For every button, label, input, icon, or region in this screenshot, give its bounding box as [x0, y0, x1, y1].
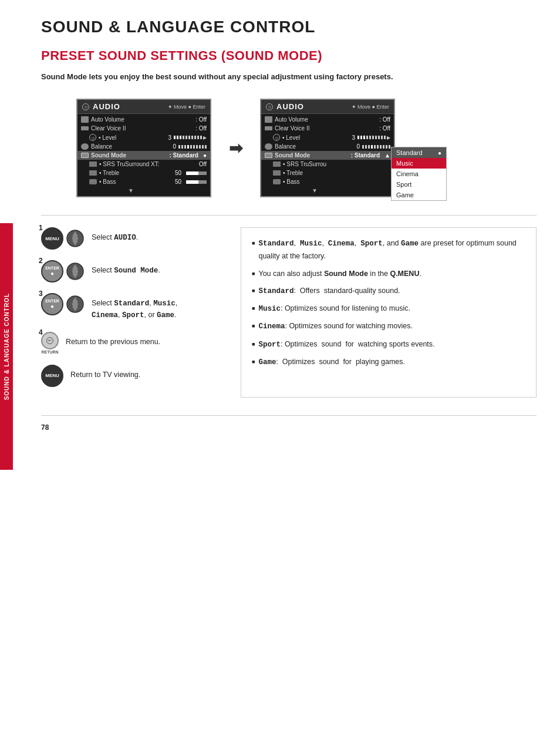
step-2-text: Select Sound Mode.: [92, 260, 160, 277]
row-icon: [265, 126, 272, 130]
step-5-text: Return to TV viewing.: [70, 365, 140, 381]
step-1-number: 1: [39, 224, 43, 232]
row-icon: [89, 170, 97, 176]
content-divider: [41, 215, 537, 216]
return-label: RETURN: [41, 350, 58, 354]
step-2-buttons: ENTER●: [41, 260, 85, 282]
tv-menu-row-more-2: ▼: [261, 186, 394, 195]
soundmode-indicator-2: ▲: [384, 152, 390, 159]
nav-cross-3: [66, 295, 85, 314]
tv-menu-row-more-1: ▼: [77, 186, 210, 195]
step-4-text: Return to the previous menu.: [66, 332, 160, 348]
step-3-text: Select Standard, Music,Cinema, Sport, or…: [92, 293, 177, 321]
tv-menu-row-balance-1: Balance 0: [77, 142, 210, 151]
info-item-1: Standard, Music, Cinema, Sport, and Game…: [252, 237, 525, 263]
steps-left: 1 MENU Select AUDIO.: [41, 227, 229, 398]
tv-menu-row-treble-2: • Treble: [261, 169, 394, 177]
dropdown-item-sport: Sport: [392, 179, 446, 190]
bass-bar: [186, 180, 207, 184]
info-item-5: Cinema: Optimizes sound for watching mov…: [252, 320, 525, 333]
tv-menu-2-title: AUDIO: [276, 102, 304, 111]
step-3-number: 3: [39, 290, 43, 298]
info-item-2: You can also adjust Sound Mode in the Q.…: [252, 268, 525, 280]
row-icon: ◎: [273, 134, 280, 141]
tv-menu-row-level-1: ◎ • Level 3 ▶: [77, 133, 210, 142]
tv-menu-row-bass-1: • Bass 50: [77, 177, 210, 186]
return-button: ↩: [41, 332, 59, 349]
svg-point-3: [72, 235, 78, 241]
row-icon: [265, 153, 272, 158]
side-tab: SOUND & LANGUAGE CONTROL: [0, 223, 13, 470]
row-icon: [89, 161, 97, 167]
nav-cross-1: [66, 229, 85, 248]
dropdown-item-standard: Standard ●: [392, 147, 446, 158]
tv-menu-row-clearvoice-2: Clear Voice II : Off: [261, 124, 394, 133]
bottom-divider: [41, 415, 537, 416]
tv-menu-2-body: Auto Volume : Off Clear Voice II : Off ◎…: [261, 114, 394, 196]
step-3: 3 ENTER● Select Standard: [41, 293, 229, 321]
tv-menu-row-level-2: ◎ • Level 3 ▶: [261, 133, 394, 142]
level-progress-2: ▶: [357, 135, 390, 140]
balance-progress: [178, 145, 207, 149]
section-title: PRESET SOUND SETTINGS (SOUND MODE): [41, 48, 537, 63]
step-5-number-group: MENU: [41, 365, 63, 387]
nav-cross-2: [66, 262, 85, 281]
dropdown-item-game: Game: [392, 190, 446, 200]
menu-button-5: MENU: [41, 365, 63, 387]
tv-menu-2-nav: ✦ Move ● Enter: [352, 104, 389, 110]
svg-point-11: [72, 301, 78, 307]
audio-icon-2: ◎: [266, 103, 273, 110]
dropdown-item-music: Music: [392, 158, 446, 169]
step-4-number: 4: [39, 328, 43, 337]
audio-icon-1: ◎: [82, 103, 89, 110]
step-2-number: 2: [39, 257, 43, 265]
menu-arrow: ➡: [229, 139, 242, 158]
level-progress: ▶: [174, 135, 207, 140]
tv-menu-row-autovol-1: Auto Volume : Off: [77, 115, 210, 124]
step-3-buttons: ENTER●: [41, 293, 85, 315]
page-number: 78: [41, 423, 49, 432]
step-2: 2 ENTER● Select Sound Mo: [41, 260, 229, 282]
step-3-number-group: 3 ENTER●: [41, 293, 85, 315]
step-1: 1 MENU Select AUDIO.: [41, 227, 229, 250]
page-title: SOUND & LANGUAGE CONTROL: [41, 18, 537, 36]
row-icon: [89, 179, 97, 184]
tv-menu-row-soundmode-2: Sound Mode : Standard ▲: [261, 151, 394, 160]
tv-menu-1: ◎ AUDIO ✦ Move ● Enter Auto Volume : Off…: [76, 99, 211, 197]
soundmode-dropdown: Standard ● Music Cinema Sport Game: [391, 147, 447, 201]
soundmode-indicator: ●: [203, 152, 207, 159]
tv-menu-row-bass-2: • Bass: [261, 177, 394, 186]
step-2-number-group: 2 ENTER●: [41, 260, 85, 282]
tv-menu-row-srs-1: • SRS TruSurround XT: Off: [77, 160, 210, 169]
step-1-text: Select AUDIO.: [92, 227, 138, 244]
side-tab-text: SOUND & LANGUAGE CONTROL: [4, 293, 10, 400]
info-item-6: Sport: Optimizes sound for watching spor…: [252, 338, 525, 351]
step-1-number-group: 1 MENU: [41, 227, 85, 250]
info-item-4: Music: Optimizes sound for listening to …: [252, 302, 525, 315]
tv-menu-2-header: ◎ AUDIO ✦ Move ● Enter: [261, 100, 394, 114]
enter-button-3: ENTER●: [41, 293, 63, 315]
row-icon: [81, 116, 89, 123]
tv-menu-row-balance-2: Balance 0: [261, 142, 394, 151]
row-icon: [81, 153, 89, 158]
row-icon: [273, 161, 281, 167]
tv-menu-row-clearvoice-1: Clear Voice II : Off: [77, 124, 210, 133]
step-4-number-group: 4 ↩ RETURN: [41, 332, 59, 354]
tv-menu-row-autovol-2: Auto Volume : Off: [261, 115, 394, 124]
tv-menu-1-header: ◎ AUDIO ✦ Move ● Enter: [77, 100, 210, 114]
description: Sound Mode lets you enjoy the best sound…: [41, 72, 537, 81]
row-icon: [273, 179, 281, 184]
tv-menu-1-nav: ✦ Move ● Enter: [168, 104, 205, 110]
row-icon: ◎: [89, 134, 96, 141]
svg-point-7: [72, 268, 78, 274]
row-icon: [81, 143, 89, 150]
row-icon: [265, 143, 272, 150]
dropdown-item-cinema: Cinema: [392, 169, 446, 179]
tv-menu-1-title: AUDIO: [93, 102, 120, 111]
tv-menu-row-srs-2: • SRS TruSurrou: [261, 160, 394, 169]
row-icon: [81, 126, 89, 130]
step-1-buttons: MENU: [41, 227, 85, 250]
steps-area: 1 MENU Select AUDIO.: [41, 227, 537, 398]
step-4-buttons: ↩ RETURN: [41, 332, 59, 354]
enter-button-2: ENTER●: [41, 260, 63, 282]
